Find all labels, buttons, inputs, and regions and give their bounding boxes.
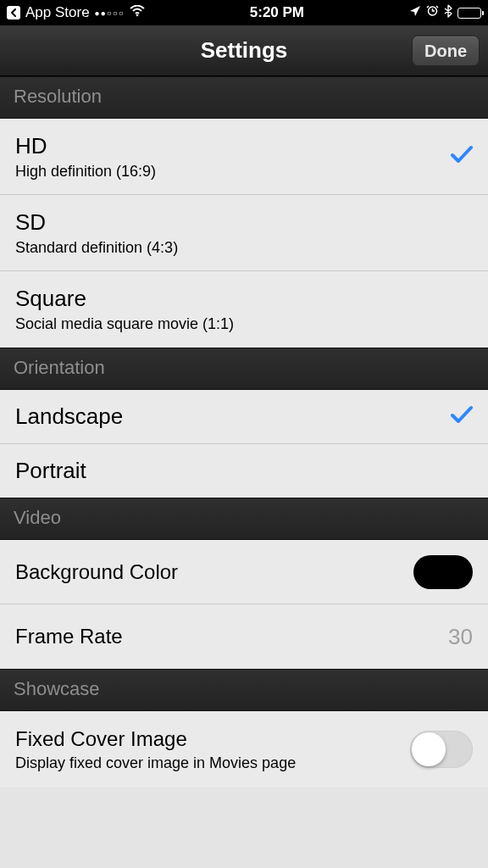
- section-header-resolution: Resolution: [0, 76, 488, 119]
- option-subtitle: Social media square movie (1:1): [15, 315, 234, 333]
- orientation-list: Landscape Portrait: [0, 390, 488, 498]
- resolution-option-sd[interactable]: SD Standard definition (4:3): [0, 195, 488, 271]
- option-subtitle: Standard definition (4:3): [15, 239, 178, 257]
- alarm-icon: [426, 4, 439, 21]
- option-title: HD: [15, 133, 156, 159]
- resolution-option-square[interactable]: Square Social media square movie (1:1): [0, 271, 488, 348]
- option-title: Square: [15, 286, 234, 312]
- back-to-app-label[interactable]: App Store: [25, 4, 90, 21]
- option-title: Landscape: [15, 403, 123, 430]
- battery-icon: [458, 8, 481, 19]
- background-color-row[interactable]: Background Color: [0, 540, 488, 604]
- frame-rate-value: 30: [448, 624, 473, 650]
- status-bar: App Store ●●○○○ 5:20 PM: [0, 0, 488, 25]
- section-header-orientation: Orientation: [0, 348, 488, 390]
- row-label: Frame Rate: [15, 625, 123, 648]
- showcase-list: Fixed Cover Image Display fixed cover im…: [0, 711, 488, 787]
- resolution-list: HD High definition (16:9) SD Standard de…: [0, 119, 488, 348]
- cell-signal-icon: ●●○○○: [95, 8, 125, 18]
- video-list: Background Color Frame Rate 30: [0, 540, 488, 669]
- wifi-icon: [130, 4, 145, 21]
- row-label: Fixed Cover Image: [15, 727, 296, 751]
- option-title: Portrait: [15, 458, 86, 484]
- fixed-cover-image-row[interactable]: Fixed Cover Image Display fixed cover im…: [0, 711, 488, 787]
- frame-rate-row[interactable]: Frame Rate 30: [0, 604, 488, 669]
- nav-bar: Settings Done: [0, 25, 488, 76]
- checkmark-icon: [451, 143, 473, 170]
- color-swatch[interactable]: [413, 555, 473, 589]
- done-button[interactable]: Done: [412, 35, 480, 66]
- option-title: SD: [15, 209, 178, 236]
- page-title: Settings: [201, 37, 288, 64]
- status-time: 5:20 PM: [145, 4, 409, 21]
- row-label: Background Color: [15, 560, 178, 584]
- toggle-switch[interactable]: [410, 731, 473, 768]
- resolution-option-hd[interactable]: HD High definition (16:9): [0, 119, 488, 195]
- svg-point-0: [136, 14, 139, 17]
- orientation-option-portrait[interactable]: Portrait: [0, 444, 488, 498]
- section-header-showcase: Showcase: [0, 669, 488, 711]
- orientation-option-landscape[interactable]: Landscape: [0, 390, 488, 444]
- section-header-video: Video: [0, 498, 488, 540]
- back-to-app-icon[interactable]: [7, 6, 20, 19]
- bluetooth-icon: [444, 4, 452, 22]
- checkmark-icon: [451, 403, 473, 430]
- option-subtitle: High definition (16:9): [15, 163, 156, 181]
- row-subtitle: Display fixed cover image in Movies page: [15, 754, 296, 772]
- location-icon: [409, 4, 421, 21]
